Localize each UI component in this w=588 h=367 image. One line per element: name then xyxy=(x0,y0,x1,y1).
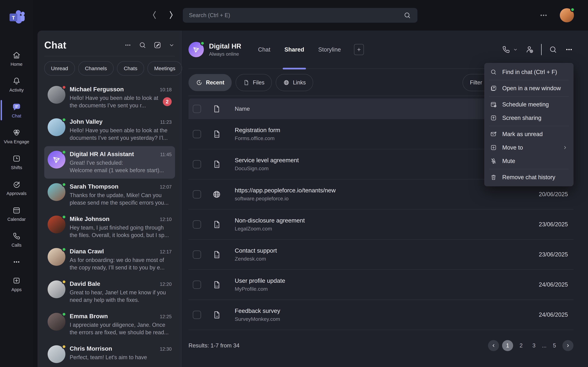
page-button-3[interactable]: 3 xyxy=(529,342,539,349)
row-checkbox[interactable] xyxy=(193,220,201,229)
chat-list-item[interactable]: Mike Johnson12:10 Hey team, I just finis… xyxy=(44,211,175,243)
svg-text:W: W xyxy=(216,165,218,167)
chat-list-item[interactable]: Sarah Thompson12:07 Thanks for the updat… xyxy=(44,179,175,211)
sidebar-item-activity[interactable]: Activity xyxy=(0,71,33,97)
digital-hr-bot-avatar[interactable] xyxy=(189,42,204,57)
chat-list-item[interactable]: Emma Brown12:25 I appreciate your dilige… xyxy=(44,308,175,341)
sidebar-item-calls[interactable]: Calls xyxy=(0,226,33,252)
menu-item-screen-sharing[interactable]: Screen sharing xyxy=(484,111,573,125)
file-source: SurveyMonkey.com xyxy=(235,316,517,322)
find-in-chat-icon[interactable] xyxy=(549,45,558,54)
file-name[interactable]: User profile update xyxy=(235,277,517,284)
chat-list-item[interactable]: David Bale12:20 Great to hear, Jane! Let… xyxy=(44,276,175,308)
menu-item-mark-as-unread[interactable]: Mark as unread xyxy=(484,127,573,141)
pdf-file-icon: PDF xyxy=(212,280,222,289)
menu-item-move-to[interactable]: Move to xyxy=(484,141,573,154)
page-button-5[interactable]: 5 xyxy=(550,342,559,349)
pdf-file-icon: PDF xyxy=(212,130,222,139)
add-tab-button[interactable] xyxy=(354,44,364,55)
menu-item-mute[interactable]: Mute xyxy=(484,154,573,168)
word-file-icon: W xyxy=(212,160,222,169)
file-name[interactable]: Service level agreement xyxy=(235,157,517,164)
tab-storyline[interactable]: Storyline xyxy=(318,31,341,68)
chat-filter-more-button[interactable] xyxy=(124,41,132,49)
teams-logo-icon: T xyxy=(7,9,26,26)
file-name[interactable]: Contact support xyxy=(235,247,517,254)
row-checkbox[interactable] xyxy=(193,250,201,259)
new-chat-compose-button[interactable] xyxy=(153,41,162,49)
menu-item-schedule-meeting[interactable]: Schedule meeting xyxy=(484,98,573,111)
global-search-bar[interactable] xyxy=(183,8,417,23)
search-icon xyxy=(403,11,411,19)
filter-pill-chats[interactable]: Chats xyxy=(117,61,144,75)
chat-search-icon[interactable] xyxy=(138,41,147,49)
row-checkbox[interactable] xyxy=(193,160,201,168)
conversation-context-menu: Find in chat (Ctrl + F) Open in a new wi… xyxy=(484,63,573,186)
chevron-down-icon xyxy=(513,47,518,52)
link-name[interactable]: https://app.peopleforce.io/tenants/new xyxy=(235,187,517,194)
remove-history-icon xyxy=(490,174,497,181)
table-row[interactable]: W Feedback survey SurveyMonkey.com 24/06… xyxy=(189,300,573,330)
tab-chat[interactable]: Chat xyxy=(258,31,270,68)
user-avatar[interactable] xyxy=(560,8,574,22)
sidebar-item-viva-engage[interactable]: Viva Engage xyxy=(0,123,33,149)
tab-shared[interactable]: Shared xyxy=(285,31,304,68)
chat-list: Michael Fergusson10:18 Hello! Have you b… xyxy=(44,81,175,367)
sidebar-item-home[interactable]: Home xyxy=(0,46,33,71)
menu-item-remove-chat-history[interactable]: Remove chat history xyxy=(484,170,573,184)
svg-text:W: W xyxy=(216,315,218,317)
chevron-down-icon[interactable] xyxy=(168,42,175,49)
row-checkbox[interactable] xyxy=(193,311,201,319)
file-date: 23/06/2025 xyxy=(517,251,568,258)
nav-forward-button[interactable] xyxy=(167,9,174,21)
search-input[interactable] xyxy=(189,12,403,18)
row-checkbox[interactable] xyxy=(193,130,201,138)
activity-bell-icon xyxy=(12,77,21,85)
chat-list-item[interactable]: Diana Crawl12:17 As for onboarding: we d… xyxy=(44,243,175,276)
prev-page-button[interactable] xyxy=(488,340,499,351)
links-filter-button[interactable]: Links xyxy=(276,74,313,91)
page-button-1[interactable]: 1 xyxy=(502,340,513,351)
sidebar-item-calendar[interactable]: Calendar xyxy=(0,201,33,226)
avatar xyxy=(48,345,65,363)
file-name[interactable]: Non-disclosure agreement xyxy=(235,217,517,224)
select-all-checkbox[interactable] xyxy=(193,105,201,113)
next-page-button[interactable] xyxy=(562,340,573,351)
table-row[interactable]: PDF Contact support Zendesk.com 23/06/20… xyxy=(189,240,573,270)
menu-item-find-in-chat[interactable]: Find in chat (Ctrl + F) xyxy=(484,65,573,79)
call-button[interactable] xyxy=(502,45,518,54)
presence-online-dot xyxy=(62,247,66,252)
chat-list-item[interactable]: Chris Morrison12:30 Perfect, team! Let's… xyxy=(44,341,175,367)
table-row[interactable]: PDF User profile update MyProfile.com 24… xyxy=(189,270,573,300)
more-horizontal-icon xyxy=(12,258,21,266)
pagination: 1 2 3 ... 5 xyxy=(488,340,573,351)
table-row[interactable]: W Non-disclosure agreement LegalZoom.com… xyxy=(189,209,573,240)
topbar-more-button[interactable] xyxy=(539,10,548,20)
row-checkbox[interactable] xyxy=(193,190,201,199)
files-filter-button[interactable]: Files xyxy=(236,74,272,91)
file-source: Forms.office.com xyxy=(235,135,517,141)
sidebar-item-apps[interactable]: Apps xyxy=(0,271,33,297)
avatar xyxy=(48,86,65,104)
recent-filter-button[interactable]: Recent xyxy=(189,74,232,91)
page-button-2[interactable]: 2 xyxy=(516,342,526,349)
sidebar-item-chat[interactable]: Chat xyxy=(0,97,33,123)
file-name[interactable]: Feedback survey xyxy=(235,308,517,314)
chat-list-item[interactable]: John Valley11:23 Hello! Have you been ab… xyxy=(44,114,175,146)
presence-away-dot xyxy=(62,344,66,349)
chat-list-item[interactable]: Michael Fergusson10:18 Hello! Have you b… xyxy=(44,81,175,114)
menu-divider xyxy=(489,169,569,169)
conversation-more-button[interactable] xyxy=(565,45,573,54)
add-people-button[interactable] xyxy=(525,45,534,54)
row-checkbox[interactable] xyxy=(193,281,201,289)
filter-pill-unread[interactable]: Unread xyxy=(44,61,75,75)
chat-list-item-selected[interactable]: Digital HR AI Assistant11:45 Great! I've… xyxy=(44,146,175,179)
sidebar-more-button[interactable] xyxy=(0,252,33,271)
menu-item-open-new-window[interactable]: Open in a new window xyxy=(484,82,573,95)
filter-pill-channels[interactable]: Channels xyxy=(78,61,114,75)
sidebar-item-approvals[interactable]: Approvals xyxy=(0,175,33,201)
nav-back-button[interactable] xyxy=(151,9,158,21)
sidebar-item-shifts[interactable]: Shifts xyxy=(0,149,33,175)
filter-pill-meetings[interactable]: Meetings xyxy=(147,61,182,75)
file-name[interactable]: Registration form xyxy=(235,127,517,133)
